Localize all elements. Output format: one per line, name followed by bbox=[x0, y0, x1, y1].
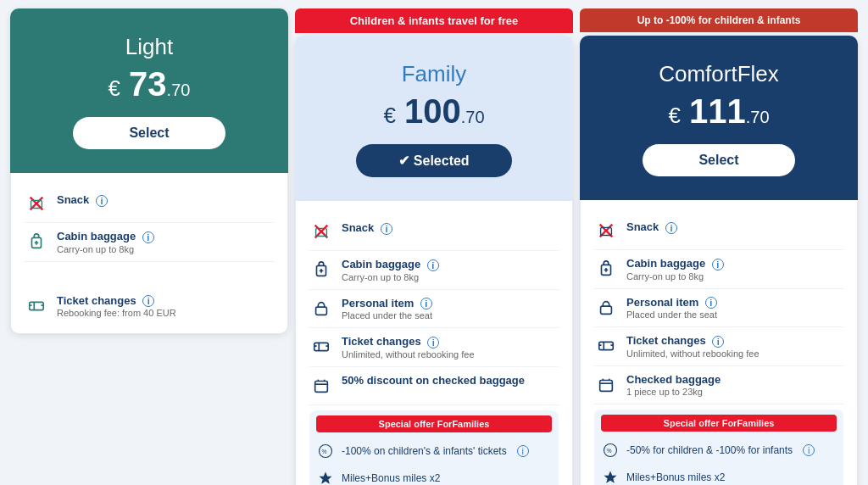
cabin-sub-comfortflex: Carry-on up to 8kg bbox=[626, 271, 843, 282]
feature-row-ticket-family: Ticket changes i Unlimited, without rebo… bbox=[309, 328, 559, 367]
feature-text-personal-family: Personal item i Placed under the seat bbox=[342, 297, 559, 321]
price-euro-light: € bbox=[108, 75, 120, 101]
svg-rect-30 bbox=[599, 343, 614, 350]
feature-text-snack-comfortflex: Snack i bbox=[626, 219, 843, 234]
offer-row-1-family: Miles+Bonus miles x2 bbox=[316, 465, 552, 485]
feature-text-ticket-comfortflex: Ticket changes i Unlimited, without rebo… bbox=[626, 334, 843, 359]
snack-info-family[interactable]: i bbox=[381, 223, 392, 235]
personal-sub-family: Placed under the seat bbox=[342, 310, 559, 321]
card-light: Light € 73.70 Select Snack i bbox=[10, 8, 288, 334]
card-light-price: € 73.70 bbox=[27, 65, 271, 103]
feature-text-ticket-light: Ticket changes i Rebooking fee: from 40 … bbox=[57, 294, 274, 319]
select-button-comfortflex[interactable]: Select bbox=[643, 144, 795, 176]
checked-label-comfortflex: Checked baggage bbox=[626, 373, 843, 386]
snack-icon-family bbox=[309, 220, 333, 243]
cabin-sub-family: Carry-on up to 8kg bbox=[342, 272, 559, 282]
ticket-icon-family bbox=[309, 335, 333, 359]
feature-row-checked-comfortflex: Checked baggage 1 piece up to 23kg bbox=[594, 366, 843, 404]
card-family-features: Snack i Cabin baggage i Carry-on up to 8… bbox=[295, 201, 573, 485]
ticket-sub-light: Rebooking fee: from 40 EUR bbox=[57, 308, 274, 318]
spacer-light bbox=[25, 262, 274, 287]
svg-rect-29 bbox=[601, 306, 612, 314]
ticket-info-light[interactable]: i bbox=[142, 295, 154, 307]
snack-info-comfortflex[interactable]: i bbox=[665, 222, 677, 234]
card-family-price: € 100.70 bbox=[312, 92, 556, 131]
feature-row-cabin-comfortflex: Cabin baggage i Carry-on up to 8kg bbox=[594, 250, 843, 289]
card-comfortflex-header: ComfortFlex € 111.70 Select bbox=[580, 36, 858, 200]
svg-rect-14 bbox=[314, 343, 329, 351]
ticket-sub-comfortflex: Unlimited, without rebooking fee bbox=[626, 348, 843, 359]
price-cents-family: .70 bbox=[461, 108, 485, 126]
selected-button-family[interactable]: ✔ Selected bbox=[356, 144, 511, 177]
offer-info-0-comfortflex[interactable]: i bbox=[803, 444, 815, 456]
cabin-icon-light bbox=[25, 230, 48, 254]
cabin-info-comfortflex[interactable]: i bbox=[712, 259, 724, 270]
offer-text-1-comfortflex: Miles+Bonus miles x2 bbox=[626, 471, 725, 483]
ticket-label-light: Ticket changes i bbox=[57, 294, 274, 308]
discount-icon-family bbox=[309, 374, 333, 398]
select-button-light[interactable]: Select bbox=[73, 117, 225, 149]
cabin-info-light[interactable]: i bbox=[142, 231, 154, 243]
snack-icon-light bbox=[25, 192, 48, 215]
price-cents-comfortflex: .70 bbox=[746, 108, 770, 126]
feature-row-personal-family: Personal item i Placed under the seat bbox=[309, 290, 559, 329]
price-main-family: 100 bbox=[404, 92, 461, 130]
cabin-info-family[interactable]: i bbox=[427, 259, 439, 271]
svg-marker-37 bbox=[604, 471, 617, 482]
ticket-info-family[interactable]: i bbox=[427, 337, 439, 348]
pricing-container: Light € 73.70 Select Snack i bbox=[10, 8, 858, 485]
star-icon-family bbox=[316, 469, 335, 485]
card-family-title: Family bbox=[312, 61, 556, 87]
feature-text-snack-light: Snack i bbox=[57, 192, 274, 207]
card-light-title: Light bbox=[27, 34, 271, 60]
special-offer-comfortflex: Special offer ForFamilies % -50% for chi… bbox=[594, 410, 843, 485]
ticket-icon-light bbox=[25, 294, 48, 318]
price-euro-comfortflex: € bbox=[668, 103, 680, 128]
cabin-sub-light: Carry-on up to 8kg bbox=[57, 244, 274, 254]
feature-row-ticket-comfortflex: Ticket changes i Unlimited, without rebo… bbox=[594, 327, 843, 366]
personal-info-family[interactable]: i bbox=[420, 298, 432, 309]
percent-icon-family: % bbox=[316, 442, 335, 460]
feature-text-cabin-comfortflex: Cabin baggage i Carry-on up to 8kg bbox=[626, 257, 843, 282]
feature-text-snack-family: Snack i bbox=[342, 220, 559, 235]
snack-info-light[interactable]: i bbox=[96, 195, 108, 207]
card-comfortflex-title: ComfortFlex bbox=[597, 61, 841, 87]
price-main-light: 73 bbox=[129, 65, 167, 103]
ticket-info-comfortflex[interactable]: i bbox=[712, 336, 724, 348]
promo-banner-family: Children & infants travel for free bbox=[295, 8, 573, 33]
svg-text:%: % bbox=[607, 448, 612, 454]
cabin-icon-comfortflex bbox=[594, 257, 618, 281]
offer-info-0-family[interactable]: i bbox=[517, 445, 529, 457]
feature-row-personal-comfortflex: Personal item i Placed under the seat bbox=[594, 289, 843, 328]
snack-icon-comfortflex bbox=[594, 219, 618, 242]
personal-info-comfortflex[interactable]: i bbox=[705, 297, 717, 309]
personal-icon-family bbox=[309, 297, 333, 321]
checked-icon-comfortflex bbox=[594, 373, 618, 397]
svg-rect-15 bbox=[315, 381, 328, 392]
card-light-header: Light € 73.70 Select bbox=[10, 8, 288, 173]
ticket-sub-family: Unlimited, without rebooking fee bbox=[342, 349, 559, 360]
offer-text-1-family: Miles+Bonus miles x2 bbox=[342, 472, 440, 484]
feature-text-cabin-light: Cabin baggage i Carry-on up to 8kg bbox=[57, 230, 274, 254]
cabin-icon-family bbox=[309, 258, 333, 282]
feature-text-cabin-family: Cabin baggage i Carry-on up to 8kg bbox=[342, 258, 559, 282]
offer-row-0-family: % -100% on children's & infants' tickets… bbox=[316, 438, 552, 465]
offer-text-0-comfortflex: -50% for children & -100% for infants bbox=[626, 444, 793, 456]
feature-row-ticket-light: Ticket changes i Rebooking fee: from 40 … bbox=[25, 287, 274, 326]
personal-sub-comfortflex: Placed under the seat bbox=[626, 309, 843, 320]
feature-row-snack-comfortflex: Snack i bbox=[594, 212, 843, 250]
special-offer-title-comfortflex: Special offer ForFamilies bbox=[601, 415, 837, 432]
card-family: Children & infants travel for free Famil… bbox=[295, 36, 573, 485]
svg-rect-6 bbox=[30, 302, 44, 309]
feature-row-cabin-light: Cabin baggage i Carry-on up to 8kg bbox=[25, 223, 274, 262]
svg-rect-13 bbox=[316, 307, 327, 315]
checked-sub-comfortflex: 1 piece up to 23kg bbox=[626, 387, 843, 397]
selected-label-family: Selected bbox=[414, 153, 470, 168]
price-cents-light: .70 bbox=[167, 81, 191, 99]
card-family-header: Family € 100.70 ✔ Selected bbox=[295, 36, 573, 201]
promo-banner-comfortflex: Up to -100% for children & infants bbox=[580, 8, 858, 32]
feature-row-snack-light: Snack i bbox=[25, 185, 274, 223]
price-main-comfortflex: 111 bbox=[689, 92, 746, 130]
ticket-icon-comfortflex bbox=[594, 334, 618, 358]
offer-row-1-comfortflex: Miles+Bonus miles x2 bbox=[601, 464, 837, 485]
